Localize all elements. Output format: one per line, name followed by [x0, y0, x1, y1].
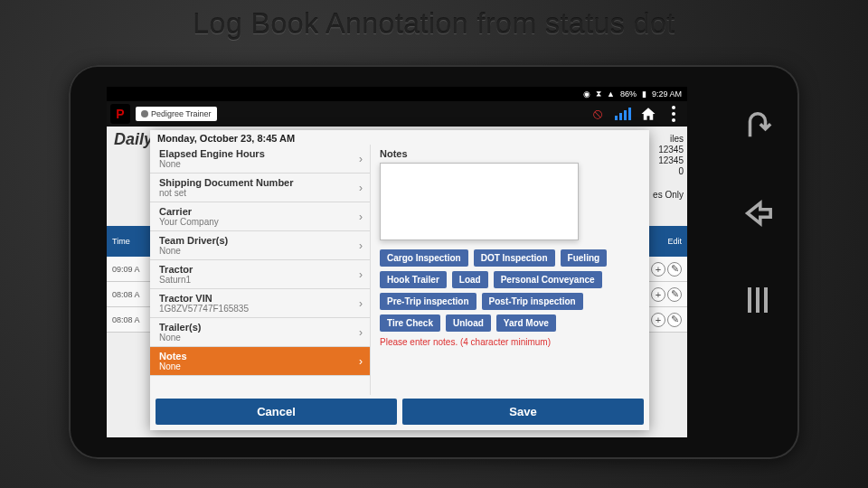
note-tag-hook-trailer[interactable]: Hook Trailer — [380, 271, 447, 288]
chevron-right-icon: › — [359, 268, 363, 281]
back-u-turn-icon[interactable] — [741, 110, 774, 143]
field-value: None — [159, 246, 363, 256]
field-value: not set — [159, 188, 363, 198]
field-value: Your Company — [159, 217, 363, 227]
field-value: None — [159, 159, 363, 169]
bg-edit-button[interactable]: Edit — [667, 237, 682, 246]
edit-icon[interactable]: ✎ — [667, 262, 682, 277]
note-tag-pre-trip-inspection[interactable]: Pre-Trip inspection — [380, 293, 476, 310]
note-tag-personal-conveyance[interactable]: Personal Conveyance — [494, 271, 602, 288]
add-icon[interactable]: + — [651, 313, 665, 327]
notes-heading: Notes — [380, 148, 640, 159]
field-value: None — [159, 361, 363, 371]
note-tag-cargo-inspection[interactable]: Cargo Inspection — [380, 249, 468, 267]
note-tag-dot-inspection[interactable]: DOT Inspection — [474, 249, 555, 267]
driver-name: Pedigree Trainer — [151, 109, 212, 118]
field-label: Shipping Document Number — [159, 177, 363, 188]
modal-notes-panel: Notes Cargo InspectionDOT InspectionFuel… — [371, 145, 649, 395]
field-label: Tractor — [159, 264, 363, 275]
cancel-button[interactable]: Cancel — [156, 399, 397, 425]
chevron-right-icon: › — [359, 153, 363, 165]
android-status-bar: ◉ ⧗ ▲ 86% ▮ 9:29 AM — [107, 87, 687, 101]
edit-icon[interactable]: ✎ — [667, 287, 682, 302]
field-row-elapsed-engine-hours[interactable]: Elapsed Engine HoursNone› — [150, 145, 370, 174]
app-top-bar: P Pedigree Trainer ⦸ — [107, 101, 687, 127]
bg-row-time: 09:09 A — [112, 265, 140, 274]
add-icon[interactable]: + — [651, 287, 665, 302]
bluetooth-icon: ⧗ — [596, 89, 601, 99]
battery-icon: ▮ — [642, 89, 646, 99]
device-nav-keys — [736, 110, 779, 316]
field-value: None — [159, 333, 363, 343]
wifi-icon: ▲ — [607, 89, 615, 99]
chevron-right-icon: › — [359, 182, 363, 194]
field-label: Carrier — [159, 206, 363, 217]
field-value: Saturn1 — [159, 275, 363, 285]
field-row-team-driver-s-[interactable]: Team Driver(s)None› — [150, 231, 370, 260]
bg-row-time: 08:08 A — [112, 290, 140, 299]
chevron-right-icon: › — [359, 211, 363, 223]
note-tag-yard-move[interactable]: Yard Move — [496, 314, 556, 332]
note-tag-tire-check[interactable]: Tire Check — [380, 314, 440, 332]
field-row-tractor-vin[interactable]: Tractor VIN1G8ZV57747F165835› — [150, 289, 370, 318]
note-tag-load[interactable]: Load — [452, 271, 488, 288]
battery-text: 86% — [620, 89, 637, 99]
save-button[interactable]: Save — [402, 399, 644, 425]
edit-icon[interactable]: ✎ — [667, 313, 682, 327]
location-icon: ◉ — [583, 89, 590, 99]
field-label: Notes — [159, 351, 363, 361]
add-icon[interactable]: + — [651, 262, 665, 277]
note-tag-fueling[interactable]: Fueling — [561, 249, 608, 267]
notes-hint: Please enter notes. (4 character minimum… — [380, 337, 640, 347]
field-row-carrier[interactable]: CarrierYour Company› — [150, 202, 370, 231]
modal-header: Monday, October 23, 8:45 AM — [150, 130, 649, 145]
field-row-shipping-document-number[interactable]: Shipping Document Numbernot set› — [150, 174, 370, 202]
chevron-right-icon: › — [359, 297, 363, 310]
overflow-menu-icon[interactable] — [664, 104, 684, 124]
device-screen: ◉ ⧗ ▲ 86% ▮ 9:29 AM P Pedigree Trainer ⦸… — [107, 87, 687, 437]
bg-col-time: Time — [112, 237, 130, 246]
field-label: Tractor VIN — [159, 293, 363, 304]
back-arrow-icon[interactable] — [741, 197, 774, 230]
note-tag-post-trip-inspection[interactable]: Post-Trip inspection — [482, 293, 583, 310]
chevron-right-icon: › — [359, 239, 363, 252]
note-tag-unload[interactable]: Unload — [446, 314, 491, 332]
field-row-trailer-s-[interactable]: Trailer(s)None› — [150, 318, 370, 347]
clock-text: 9:29 AM — [652, 89, 682, 99]
field-label: Trailer(s) — [159, 322, 363, 333]
field-label: Elapsed Engine Hours — [159, 148, 363, 159]
notes-textarea[interactable] — [380, 163, 579, 240]
app-logo-icon[interactable]: P — [110, 104, 130, 124]
alert-disabled-icon[interactable]: ⦸ — [588, 104, 608, 124]
field-row-notes[interactable]: NotesNone› — [150, 347, 370, 376]
field-value: 1G8ZV57747F165835 — [159, 304, 363, 314]
driver-chip[interactable]: Pedigree Trainer — [136, 107, 217, 121]
signal-icon — [613, 104, 633, 124]
annotation-modal: Monday, October 23, 8:45 AM Elapsed Engi… — [150, 130, 649, 430]
field-label: Team Driver(s) — [159, 235, 363, 246]
modal-field-list[interactable]: Elapsed Engine HoursNone›Shipping Docume… — [150, 145, 371, 395]
chevron-right-icon: › — [359, 355, 363, 368]
chevron-right-icon: › — [359, 326, 363, 339]
modal-footer: Cancel Save — [150, 395, 649, 430]
device-frame: ◉ ⧗ ▲ 86% ▮ 9:29 AM P Pedigree Trainer ⦸… — [69, 65, 799, 459]
bg-row-time: 08:08 A — [112, 315, 140, 324]
recent-apps-icon[interactable] — [741, 284, 774, 316]
home-icon[interactable] — [638, 104, 658, 124]
field-row-tractor[interactable]: TractorSaturn1› — [150, 260, 370, 289]
note-tag-list: Cargo InspectionDOT InspectionFuelingHoo… — [380, 249, 640, 332]
slide-title: Log Book Annotation from status dot — [0, 0, 868, 46]
